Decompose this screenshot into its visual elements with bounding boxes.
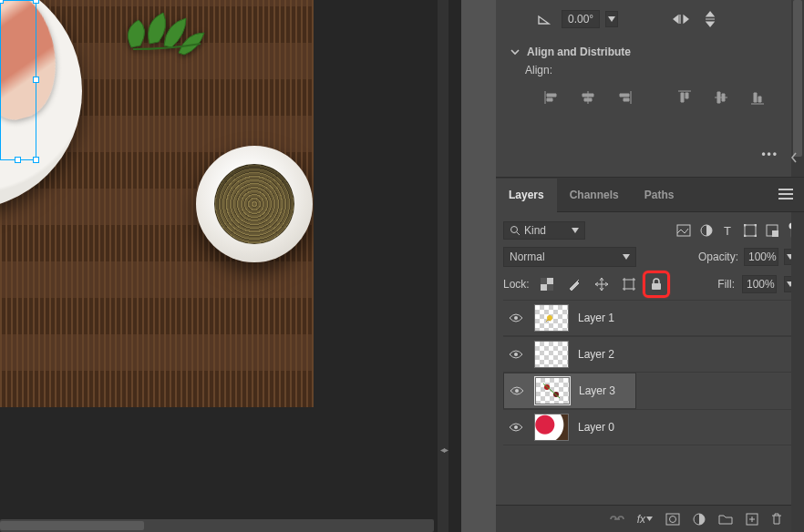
align-label: Align: xyxy=(525,64,789,77)
panel-tabs: Layers Channels Paths xyxy=(496,178,804,212)
eye-icon xyxy=(509,422,523,433)
panel-splitter[interactable]: ◂▸ xyxy=(438,0,448,532)
rotation-angle-field[interactable]: 0.00° xyxy=(562,10,600,28)
chevron-down-icon xyxy=(572,228,579,233)
panel-gutter xyxy=(461,0,496,532)
add-mask-button[interactable] xyxy=(665,513,680,526)
svg-rect-4 xyxy=(745,225,756,236)
new-adjustment-layer-button[interactable] xyxy=(693,513,706,526)
chevron-down-icon xyxy=(623,254,630,260)
layer-effects-button[interactable]: fx xyxy=(637,513,653,526)
filter-type-icon[interactable]: T xyxy=(722,224,735,237)
visibility-toggle[interactable] xyxy=(509,312,525,323)
svg-rect-25 xyxy=(666,514,679,525)
layer-filter-select[interactable]: Kind xyxy=(503,221,585,240)
new-group-button[interactable] xyxy=(718,513,733,525)
align-distribute-title: Align and Distribute xyxy=(527,46,631,58)
fill-label[interactable]: Fill: xyxy=(717,278,735,291)
rotation-angle-dropdown[interactable] xyxy=(605,11,618,27)
visibility-toggle[interactable] xyxy=(509,422,525,433)
eye-icon xyxy=(509,312,523,323)
svg-rect-10 xyxy=(772,230,778,237)
blend-mode-value: Normal xyxy=(510,251,545,263)
align-left-button[interactable] xyxy=(540,87,563,107)
canvas-horizontal-scrollbar[interactable] xyxy=(0,519,434,532)
layer-row[interactable]: Layer 1 xyxy=(503,300,797,336)
align-top-button[interactable] xyxy=(673,87,696,107)
tab-paths[interactable]: Paths xyxy=(632,178,687,211)
svg-point-24 xyxy=(514,425,518,429)
delete-layer-button[interactable] xyxy=(771,513,782,526)
rotate-angle-icon xyxy=(532,9,556,29)
canvas-area[interactable]: ◂▸ xyxy=(0,0,461,532)
layers-list: Layer 1 Layer 2 Layer 3 Layer 0 xyxy=(503,300,797,445)
layer-row[interactable]: Layer 3 xyxy=(503,373,636,409)
svg-point-20 xyxy=(514,353,518,356)
filter-adjustment-icon[interactable] xyxy=(700,224,713,237)
new-layer-button[interactable] xyxy=(746,513,758,526)
svg-rect-16 xyxy=(624,280,634,289)
visibility-toggle[interactable] xyxy=(510,385,526,396)
svg-point-18 xyxy=(514,316,518,320)
svg-text:T: T xyxy=(724,224,731,237)
align-right-button[interactable] xyxy=(613,87,636,107)
visibility-toggle[interactable] xyxy=(509,349,525,360)
svg-point-7 xyxy=(744,235,747,238)
svg-point-8 xyxy=(755,235,758,238)
tab-layers[interactable]: Layers xyxy=(496,179,557,212)
align-vcenter-button[interactable] xyxy=(709,87,733,107)
layer-filter-label: Kind xyxy=(524,224,546,237)
layer-thumbnail[interactable] xyxy=(535,377,570,404)
panel-menu-button[interactable] xyxy=(778,189,793,200)
filter-pixel-icon[interactable] xyxy=(676,224,691,237)
filter-smartobject-icon[interactable] xyxy=(766,224,778,237)
leaf-decoration xyxy=(113,2,213,75)
chevron-down-icon xyxy=(510,47,520,56)
rotation-angle-value: 0.00° xyxy=(568,13,593,26)
layer-row[interactable]: Layer 2 xyxy=(503,336,797,373)
more-options-button[interactable]: ••• xyxy=(761,148,778,160)
flip-vertical-button[interactable] xyxy=(698,9,722,29)
opacity-label[interactable]: Opacity: xyxy=(698,251,738,263)
svg-point-0 xyxy=(511,227,518,233)
svg-point-5 xyxy=(744,224,747,227)
flip-horizontal-button[interactable] xyxy=(669,9,693,29)
svg-rect-15 xyxy=(547,284,553,291)
eye-icon xyxy=(509,349,523,360)
search-icon xyxy=(510,225,521,236)
align-bottom-button[interactable] xyxy=(746,87,769,107)
svg-rect-14 xyxy=(541,278,547,284)
blend-mode-select[interactable]: Normal xyxy=(503,247,636,267)
filter-shape-icon[interactable] xyxy=(744,224,757,237)
layer-name[interactable]: Layer 0 xyxy=(578,421,614,434)
lock-all-button[interactable] xyxy=(646,274,666,294)
fill-value-field[interactable]: 100% xyxy=(742,275,777,293)
svg-point-6 xyxy=(755,224,758,227)
svg-rect-1 xyxy=(677,225,690,236)
properties-panel: 0.00° Align and Distribute Align: xyxy=(496,0,804,178)
layer-row[interactable]: Layer 0 xyxy=(503,409,797,445)
layers-panel: Kind T Normal Opacity: 100% Lock: xyxy=(496,212,804,445)
svg-point-21 xyxy=(515,389,519,393)
layer-name[interactable]: Layer 2 xyxy=(578,348,614,361)
lock-transparency-button[interactable] xyxy=(537,274,557,294)
lock-pixels-button[interactable] xyxy=(564,274,584,294)
layer-name[interactable]: Layer 1 xyxy=(578,312,614,324)
lock-label: Lock: xyxy=(503,278,530,291)
layer-thumbnail[interactable] xyxy=(534,304,569,332)
align-distribute-section-header[interactable]: Align and Distribute xyxy=(510,46,789,58)
panel-collapse-icon[interactable] xyxy=(789,151,799,164)
opacity-value-field[interactable]: 100% xyxy=(744,248,778,266)
eye-icon xyxy=(510,385,524,396)
svg-rect-17 xyxy=(652,283,661,290)
lock-icon xyxy=(651,278,662,291)
lock-artboard-button[interactable] xyxy=(619,274,639,294)
tab-channels[interactable]: Channels xyxy=(557,178,632,211)
layers-panel-bottom-bar: fx xyxy=(496,505,791,532)
align-hcenter-button[interactable] xyxy=(576,87,600,107)
layer-thumbnail[interactable] xyxy=(534,341,569,368)
link-layers-button[interactable] xyxy=(610,514,624,525)
lock-position-button[interactable] xyxy=(592,274,612,294)
layer-thumbnail[interactable] xyxy=(534,414,569,441)
layer-name[interactable]: Layer 3 xyxy=(579,384,615,397)
